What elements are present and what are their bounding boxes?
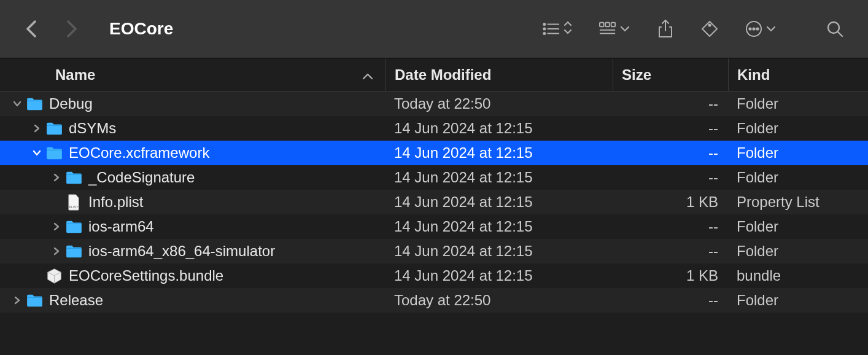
view-list-button[interactable] (543, 17, 572, 41)
svg-point-14 (749, 28, 751, 29)
forward-button[interactable] (64, 21, 79, 36)
svg-point-16 (756, 28, 758, 29)
cell-kind: Folder (728, 95, 868, 112)
file-name-label: Release (49, 292, 103, 309)
cell-kind: Property List (728, 193, 868, 211)
tags-button[interactable] (701, 17, 718, 41)
folder-icon (23, 294, 45, 308)
search-icon (826, 20, 843, 37)
cell-size: -- (613, 169, 728, 186)
svg-rect-6 (600, 23, 604, 27)
folder-icon (23, 97, 45, 111)
cell-size: -- (613, 120, 728, 137)
svg-point-2 (543, 28, 545, 30)
chevron-down-icon (766, 23, 776, 34)
cell-name: _CodeSignature (0, 169, 386, 186)
file-name-label: EOCore.xcframework (69, 144, 209, 162)
column-header-label: Kind (737, 66, 770, 84)
cell-name: dSYMs (0, 120, 386, 137)
cell-size: -- (613, 95, 728, 112)
disclosure-triangle[interactable] (50, 173, 63, 182)
group-button[interactable] (599, 17, 630, 41)
disclosure-triangle[interactable] (50, 222, 63, 231)
svg-point-15 (753, 28, 754, 29)
cell-name: ios-arm64 (0, 218, 386, 235)
tag-icon (701, 20, 718, 37)
column-header-label: Date Modified (395, 66, 491, 84)
svg-point-4 (543, 33, 545, 34)
column-header-name[interactable]: Name (0, 58, 386, 91)
file-row[interactable]: EOCoreSettings.bundle14 Jun 2024 at 12:1… (0, 263, 868, 288)
column-headers: Name Date Modified Size Kind (0, 58, 868, 92)
cell-kind: bundle (728, 267, 868, 284)
cell-name: Debug (0, 95, 386, 112)
cell-date: 14 Jun 2024 at 12:15 (386, 169, 613, 186)
list-icon (543, 20, 560, 37)
file-row[interactable]: ios-arm6414 Jun 2024 at 12:15--Folder (0, 214, 868, 239)
file-name-label: _CodeSignature (88, 169, 195, 186)
column-header-label: Size (622, 66, 651, 84)
file-row[interactable]: ios-arm64_x86_64-simulator14 Jun 2024 at… (0, 239, 868, 263)
file-name-label: ios-arm64 (88, 218, 154, 235)
cell-size: -- (613, 292, 728, 309)
folder-icon (63, 220, 85, 234)
back-button[interactable] (25, 21, 39, 36)
cell-kind: Folder (728, 144, 868, 162)
disclosure-triangle[interactable] (31, 150, 43, 156)
folder-icon (43, 122, 65, 136)
disclosure-triangle[interactable] (50, 247, 63, 256)
cell-size: 1 KB (613, 267, 728, 284)
column-header-date[interactable]: Date Modified (386, 58, 613, 91)
disclosure-triangle[interactable] (11, 101, 23, 107)
file-row[interactable]: DebugToday at 22:50--Folder (0, 92, 868, 116)
cell-kind: Folder (728, 292, 868, 309)
share-button[interactable] (657, 17, 674, 41)
folder-icon (63, 244, 85, 259)
disclosure-triangle[interactable] (31, 124, 43, 133)
file-row[interactable]: dSYMs14 Jun 2024 at 12:15--Folder (0, 116, 868, 141)
cell-name: ios-arm64_x86_64-simulator (0, 243, 386, 260)
column-header-label: Name (55, 66, 95, 84)
cell-name: Info.plist (0, 193, 386, 211)
cell-size: -- (613, 218, 728, 235)
column-header-kind[interactable]: Kind (728, 58, 868, 91)
cell-date: 14 Jun 2024 at 12:15 (386, 267, 613, 284)
file-name-label: EOCoreSettings.bundle (69, 267, 223, 284)
file-row[interactable]: Info.plist14 Jun 2024 at 12:151 KBProper… (0, 190, 868, 214)
svg-rect-7 (605, 23, 610, 27)
file-name-label: Debug (49, 95, 93, 112)
ellipsis-circle-icon (745, 20, 762, 37)
search-button[interactable] (826, 17, 843, 41)
svg-point-0 (543, 23, 545, 25)
share-icon (657, 20, 674, 37)
disclosure-triangle[interactable] (11, 296, 23, 305)
cell-kind: Folder (728, 169, 868, 186)
chevron-down-icon (620, 23, 630, 34)
plist-file-icon (63, 194, 85, 211)
file-name-label: ios-arm64_x86_64-simulator (88, 243, 275, 260)
cell-size: 1 KB (613, 193, 728, 211)
column-header-size[interactable]: Size (613, 58, 728, 91)
cell-size: -- (613, 243, 728, 260)
file-row[interactable]: _CodeSignature14 Jun 2024 at 12:15--Fold… (0, 165, 868, 190)
more-button[interactable] (745, 17, 776, 41)
cell-name: EOCoreSettings.bundle (0, 267, 386, 284)
window-title: EOCore (109, 19, 173, 39)
file-name-label: dSYMs (69, 120, 116, 137)
file-list: DebugToday at 22:50--FolderdSYMs14 Jun 2… (0, 92, 868, 313)
toolbar: EOCore (0, 0, 868, 58)
cell-kind: Folder (728, 218, 868, 235)
cell-name: Release (0, 292, 386, 309)
file-row[interactable]: ReleaseToday at 22:50--Folder (0, 288, 868, 313)
folder-icon (63, 171, 85, 185)
updown-icon (564, 20, 572, 37)
cell-name: EOCore.xcframework (0, 144, 386, 162)
svg-line-18 (838, 32, 842, 36)
cell-date: 14 Jun 2024 at 12:15 (386, 218, 613, 235)
folder-icon (43, 146, 65, 160)
file-row[interactable]: EOCore.xcframework14 Jun 2024 at 12:15--… (0, 141, 868, 165)
bundle-icon (43, 268, 65, 284)
cell-size: -- (613, 144, 728, 162)
cell-date: 14 Jun 2024 at 12:15 (386, 193, 613, 211)
cell-date: 14 Jun 2024 at 12:15 (386, 120, 613, 137)
